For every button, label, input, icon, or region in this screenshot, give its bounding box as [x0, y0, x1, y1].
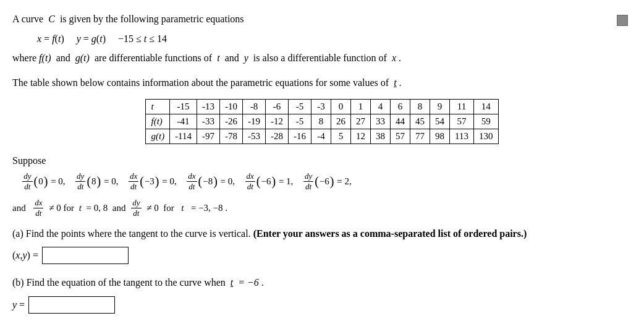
- data-table: t -15 -13 -10 -8 -6 -5 -3 0 1 4 6 8 9 11…: [145, 99, 498, 144]
- cond3: dx dt (−3) = 0,: [128, 171, 177, 192]
- dx-dt-condition: dx dt: [33, 198, 44, 218]
- part-b-answer-label: y =: [12, 299, 25, 310]
- corner-button[interactable]: [617, 15, 628, 26]
- frac-dy-dt: dy dt: [22, 171, 32, 191]
- table-row-gt: g(t) -114 -97 -78 -53 -28 -16 -4 5 12 38…: [146, 129, 498, 144]
- curve-label: C: [48, 14, 55, 24]
- intro-line1: A curve C is given by the following para…: [12, 11, 632, 27]
- cond4: dx dt (−8) = 0,: [186, 171, 235, 192]
- and-line: and dx dt ≠ 0 for t = 0, 8 and dy dt ≠ 0…: [12, 198, 632, 218]
- table-row-header: t -15 -13 -10 -8 -6 -5 -3 0 1 4 6 8 9 11…: [146, 100, 498, 114]
- dy-dt-condition: dy dt: [130, 198, 142, 218]
- cond1: dy dt (0) = 0,: [22, 171, 65, 192]
- part-a-label: (a) Find the points where the tangent to…: [12, 225, 632, 242]
- table-intro: The table shown below contains informati…: [12, 75, 632, 91]
- table-row-ft: f(t) -41 -33 -26 -19 -12 -5 8 26 27 33 4…: [146, 114, 498, 129]
- part-b-answer-row: y =: [12, 296, 632, 314]
- cond5: dx dt (−6) = 1,: [245, 171, 294, 192]
- part-a-answer-row: (x,y) =: [12, 247, 632, 264]
- cond2: dy dt (8) = 0,: [75, 171, 118, 192]
- conditions-row: dy dt (0) = 0, dy dt (8) = 0, dx dt (−3)…: [12, 171, 632, 192]
- part-b-input[interactable]: [28, 296, 115, 314]
- part-b-label: (b) Find the equation of the tangent to …: [12, 274, 632, 291]
- intro-line3: where f(t) and g(t) are differentiable f…: [12, 50, 632, 66]
- intro-line2: x = f(t) y = g(t) −15 ≤ t ≤ 14: [37, 31, 632, 47]
- page-container: A curve C is given by the following para…: [12, 11, 632, 314]
- part-a-answer-label: (x,y) =: [12, 250, 38, 261]
- col-t: t: [146, 100, 170, 114]
- suppose-label: Suppose: [12, 153, 632, 169]
- cond6: dy dt (−6) = 2,: [303, 171, 352, 192]
- part-a-input[interactable]: [42, 247, 129, 264]
